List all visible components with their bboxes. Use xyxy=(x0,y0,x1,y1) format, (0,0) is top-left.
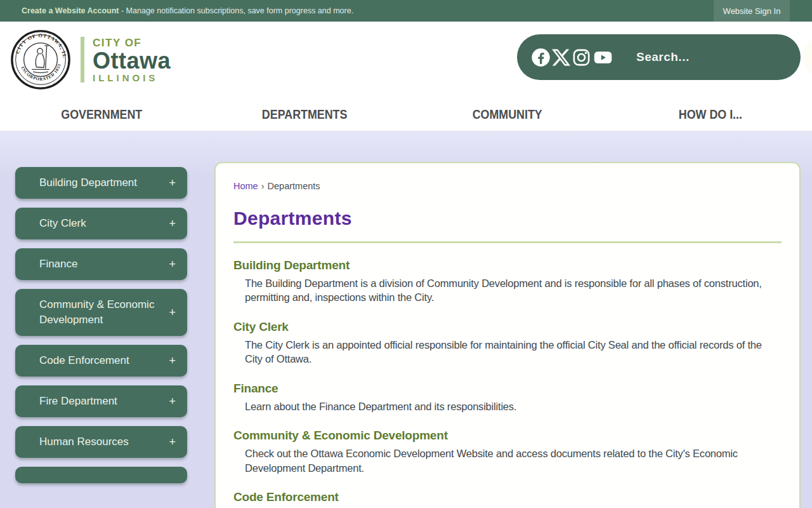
department-description: The City Clerk is an appointed official … xyxy=(245,338,782,366)
department-link[interactable]: Community & Economic Development xyxy=(233,429,782,443)
expand-plus-icon[interactable]: + xyxy=(169,216,176,231)
account-promo-text: - Manage notification subscriptions, sav… xyxy=(119,6,354,15)
sidebar-item-community-economic-development[interactable]: Community & Economic Development + xyxy=(15,289,187,336)
page-body: Building Department + City Clerk + Finan… xyxy=(0,131,812,508)
instagram-icon[interactable] xyxy=(572,46,591,68)
sidebar-item-finance[interactable]: Finance + xyxy=(15,248,187,280)
website-sign-in-button[interactable]: Website Sign In xyxy=(714,0,790,22)
sidebar-item-fire-department[interactable]: Fire Department + xyxy=(15,385,187,417)
expand-plus-icon[interactable]: + xyxy=(169,353,176,368)
main-nav: GOVERNMENT DEPARTMENTS COMMUNITY HOW DO … xyxy=(0,98,812,131)
content-card: Home›Departments Departments Building De… xyxy=(214,162,801,508)
sidebar-item-human-resources[interactable]: Human Resources + xyxy=(15,426,187,458)
section-finance: Finance Learn about the Finance Departme… xyxy=(233,382,782,413)
section-city-clerk: City Clerk The City Clerk is an appointe… xyxy=(233,320,782,366)
expand-plus-icon[interactable]: + xyxy=(169,257,176,272)
search-button[interactable] xyxy=(802,37,812,77)
facebook-icon[interactable] xyxy=(531,46,551,68)
nav-government[interactable]: GOVERNMENT xyxy=(0,98,203,131)
department-list: Building Department The Building Departm… xyxy=(233,258,782,508)
utility-bar: Create a Website Account - Manage notifi… xyxy=(0,0,812,22)
create-account-link[interactable]: Create a Website Account xyxy=(22,6,119,15)
department-sidebar: Building Department + City Clerk + Finan… xyxy=(15,167,187,492)
sidebar-item-partial[interactable] xyxy=(15,467,187,483)
expand-plus-icon[interactable]: + xyxy=(169,394,176,409)
sidebar-item-code-enforcement[interactable]: Code Enforcement + xyxy=(15,345,187,377)
breadcrumb-current: Departments xyxy=(268,181,320,191)
breadcrumb: Home›Departments xyxy=(233,181,782,191)
site-header: CITY OF OTTAWA, ILL. INCORPORATED 1853 C… xyxy=(0,22,812,131)
department-link[interactable]: Finance xyxy=(233,382,782,396)
sidebar-item-building-department[interactable]: Building Department + xyxy=(15,167,187,199)
logo-illinois: ILLINOIS xyxy=(93,72,171,83)
department-description: Learn about the Finance Department and i… xyxy=(245,399,782,413)
title-rule xyxy=(233,241,782,243)
social-search-bar xyxy=(517,34,801,80)
expand-plus-icon[interactable]: + xyxy=(169,434,176,450)
expand-plus-icon[interactable]: + xyxy=(169,175,176,190)
account-promo: Create a Website Account - Manage notifi… xyxy=(22,6,353,15)
search-input[interactable] xyxy=(626,50,802,64)
logo-wordmark: CITY OF Ottawa ILLINOIS xyxy=(93,37,171,83)
sidebar-item-city-clerk[interactable]: City Clerk + xyxy=(15,208,187,239)
department-description: The Building Department is a division of… xyxy=(245,276,782,305)
x-twitter-icon[interactable] xyxy=(552,46,570,68)
department-link[interactable]: Building Department xyxy=(233,258,782,272)
page-title: Departments xyxy=(233,208,782,229)
nav-departments[interactable]: DEPARTMENTS xyxy=(203,98,406,131)
breadcrumb-separator: › xyxy=(261,181,265,191)
city-seal-icon: CITY OF OTTAWA, ILL. INCORPORATED 1853 xyxy=(10,29,71,90)
department-description: Check out the Ottawa Economic Developmen… xyxy=(245,446,782,475)
section-community-economic-development: Community & Economic Development Check o… xyxy=(233,429,782,475)
breadcrumb-home-link[interactable]: Home xyxy=(233,181,258,191)
expand-plus-icon[interactable]: + xyxy=(169,305,176,320)
logo-ottawa: Ottawa xyxy=(93,50,171,72)
section-building-department: Building Department The Building Departm… xyxy=(233,258,782,305)
department-link[interactable]: City Clerk xyxy=(233,320,782,334)
nav-how-do-i[interactable]: HOW DO I... xyxy=(609,98,812,131)
logo-divider xyxy=(81,37,84,83)
department-link[interactable]: Code Enforcement xyxy=(233,490,782,504)
section-code-enforcement: Code Enforcement xyxy=(233,490,782,504)
youtube-icon[interactable] xyxy=(593,46,613,68)
site-logo[interactable]: CITY OF OTTAWA, ILL. INCORPORATED 1853 C… xyxy=(10,29,171,90)
nav-community[interactable]: COMMUNITY xyxy=(406,98,609,131)
